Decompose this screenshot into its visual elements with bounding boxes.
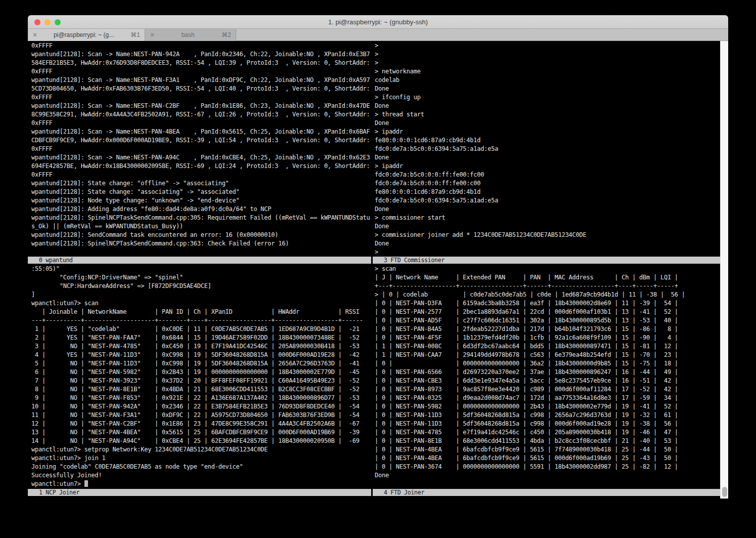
terminal-window: 1. pi@raspberrypi: ~ (gnubby-ssh) ✕ pi@r… [28, 15, 728, 499]
ftd-joiner-output: > scan | J | Network Name | Extended PAN… [373, 264, 720, 480]
pane-wpantund[interactable]: 0xFFFF wpantund[2128]: Scan -> Name:NEST… [28, 41, 371, 257]
tab-label: bash [158, 31, 217, 38]
zoom-window-button[interactable] [55, 19, 61, 25]
window-title: 1. pi@raspberrypi: ~ (gnubby-ssh) [28, 18, 728, 26]
pane-ftd-commissioner[interactable]: > > > > networkname codelab Done > ifcon… [373, 41, 720, 257]
tab-close-icon[interactable]: ✕ [32, 31, 37, 38]
left-column: 0xFFFF wpantund[2128]: Scan -> Name:NEST… [28, 41, 371, 499]
tab-bash[interactable]: ✕ bash ⌘2 [145, 29, 236, 41]
tab-ssh-session[interactable]: ✕ pi@raspberrypi: ~ (g... ⌘1 [28, 29, 145, 41]
ncp-joiner-output: :55:05)" "Config:NCP:DriverName" => "spi… [28, 264, 371, 480]
pane-caption-wpantund: 0 wpantund [28, 257, 371, 264]
pane-caption-ncp-joiner: 1 NCP Joiner [28, 489, 371, 496]
wpantund-log-output: 0xFFFF wpantund[2128]: Scan -> Name:NEST… [28, 41, 371, 248]
pane-ncp-joiner[interactable]: :55:05)" "Config:NCP:DriverName" => "spi… [28, 264, 371, 489]
traffic-lights [34, 15, 61, 29]
tab-shortcut-badge: ⌘1 [130, 31, 140, 38]
ftd-commissioner-output: > > > > networkname codelab Done > ifcon… [373, 41, 720, 257]
right-column: > > > > networkname codelab Done > ifcon… [373, 41, 720, 499]
terminal-cursor [84, 480, 88, 487]
scrollbar-thumb[interactable] [722, 487, 727, 497]
minimize-window-button[interactable] [45, 19, 51, 25]
screen-session: 0xFFFF wpantund[2128]: Scan -> Name:NEST… [28, 41, 728, 499]
tab-shortcut-badge: ⌘2 [221, 31, 231, 38]
ncp-joiner-prompt-line: wpanctl:utun7> [28, 480, 371, 488]
pane-caption-ftd-commissioner: 3 FTD Commissioner [373, 257, 720, 264]
tab-bar-empty-space [236, 29, 728, 40]
pane-caption-ftd-joiner: 4 FTD Joiner [373, 489, 720, 496]
window-titlebar[interactable]: 1. pi@raspberrypi: ~ (gnubby-ssh) [28, 15, 728, 29]
pane-ftd-joiner[interactable]: > scan | J | Network Name | Extended PAN… [373, 264, 720, 489]
close-window-button[interactable] [34, 19, 40, 25]
tab-label: pi@raspberrypi: ~ (g... [41, 31, 126, 38]
tab-close-icon[interactable]: ✕ [150, 31, 155, 38]
wpanctl-prompt: wpanctl:utun7> [31, 480, 84, 487]
desktop-background: 1. pi@raspberrypi: ~ (gnubby-ssh) ✕ pi@r… [0, 0, 756, 538]
tab-bar: ✕ pi@raspberrypi: ~ (g... ⌘1 ✕ bash ⌘2 [28, 29, 728, 41]
scrollbar-track[interactable] [720, 41, 728, 499]
